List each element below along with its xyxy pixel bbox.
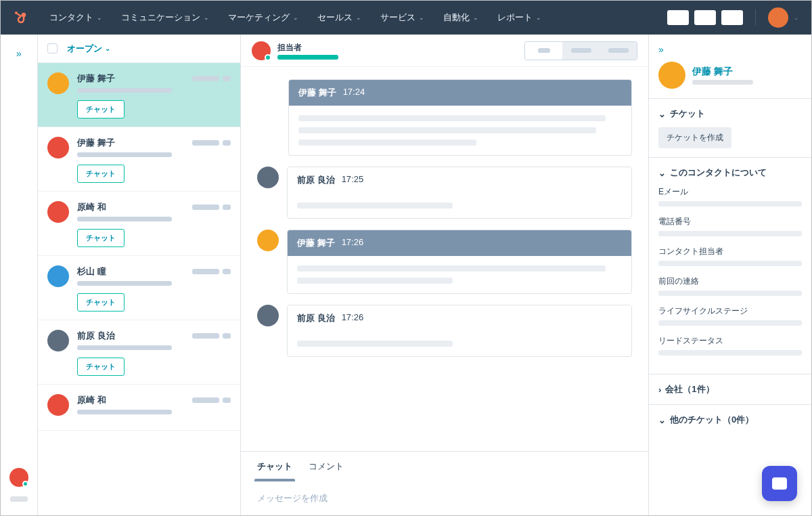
conversation-avatar	[47, 137, 69, 158]
conversation-item[interactable]: 伊藤 舞子 チャット	[38, 63, 240, 127]
nav-communication[interactable]: コミュニケーション⌄	[121, 12, 209, 24]
field-label: 電話番号	[658, 216, 802, 228]
hubspot-logo-icon[interactable]	[13, 9, 29, 26]
expand-details-icon[interactable]: »	[658, 44, 802, 55]
message-header: 前原 良治17:26	[288, 305, 631, 331]
svg-line-2	[18, 14, 22, 17]
conversation-preview	[77, 410, 172, 414]
conversation-item[interactable]: 伊藤 舞子 チャット	[38, 127, 240, 192]
contact-field: コンタクト担当者	[658, 246, 802, 266]
contact-name[interactable]: 伊藤 舞子	[692, 66, 753, 78]
field-value-placeholder	[658, 320, 802, 326]
contact-field: 電話番号	[658, 216, 802, 236]
message-header: 伊藤 舞子17:24	[289, 80, 631, 106]
conversation-preview	[77, 217, 172, 221]
message-group: 前原 良治17:26	[257, 305, 632, 357]
conversation-avatar	[47, 330, 69, 351]
field-value-placeholder	[658, 261, 802, 266]
chevron-right-icon: ›	[658, 385, 661, 395]
conversation-avatar	[47, 394, 69, 416]
message-avatar	[257, 305, 279, 326]
filter-open-dropdown[interactable]: オープン⌄	[67, 43, 110, 55]
chat-badge: チャット	[77, 293, 125, 311]
conversation-avatar	[47, 72, 69, 94]
chevron-down-icon: ⌄	[204, 14, 209, 21]
assignee-avatar[interactable]	[252, 41, 271, 60]
select-all-checkbox[interactable]	[47, 43, 58, 53]
current-user-avatar[interactable]	[9, 468, 28, 487]
tab-comment[interactable]: コメント	[309, 452, 344, 481]
field-label: ライフサイクルステージ	[658, 305, 802, 317]
contact-avatar[interactable]	[658, 62, 685, 89]
chevron-down-icon: ⌄	[658, 109, 666, 119]
create-ticket-button[interactable]: チケットを作成	[658, 127, 731, 148]
svg-point-0	[22, 13, 26, 17]
section-ticket-header[interactable]: ⌄チケット	[658, 108, 802, 120]
conversation-list-panel: オープン⌄ 伊藤 舞子 チャット 伊藤 舞子 チャット 原崎 和 チャット 杉山…	[38, 35, 241, 515]
nav-contacts[interactable]: コンタクト⌄	[49, 12, 102, 24]
conversation-name: 伊藤 舞子	[77, 72, 115, 85]
nav-service[interactable]: サービス⌄	[380, 12, 424, 24]
chat-panel: 担当者 伊藤 舞子17:24 前原 良治17:25 伊藤 舞子17:26 前原 …	[241, 35, 649, 515]
conversation-name: 原崎 和	[77, 201, 106, 213]
chat-badge: チャット	[77, 229, 125, 247]
conversation-name: 原崎 和	[77, 394, 106, 406]
tab-chat[interactable]: チャット	[257, 452, 292, 481]
nav-marketing[interactable]: マーケティング⌄	[228, 12, 298, 24]
expand-rail-icon[interactable]: »	[16, 48, 22, 59]
conversation-avatar	[47, 265, 69, 287]
conversation-item[interactable]: 杉山 瞳 チャット	[38, 256, 240, 320]
contact-field: 前回の連絡	[658, 276, 802, 296]
field-value-placeholder	[658, 291, 802, 296]
message-body	[289, 106, 631, 155]
section-about-header[interactable]: ⌄このコンタクトについて	[658, 167, 802, 179]
field-value-placeholder	[658, 350, 802, 356]
rail-placeholder	[10, 496, 28, 502]
section-company-header[interactable]: ›会社（1件）	[658, 383, 802, 395]
chevron-down-icon: ⌄	[356, 14, 361, 21]
conversation-name: 伊藤 舞子	[77, 137, 115, 149]
view-toggle[interactable]	[524, 41, 637, 60]
assignee-name-placeholder	[277, 55, 338, 60]
chevron-down-icon: ⌄	[419, 14, 424, 21]
chevron-down-icon: ⌄	[473, 14, 478, 21]
chevron-down-icon: ⌄	[105, 45, 110, 52]
section-other-tickets-header[interactable]: ⌄他のチケット（0件）	[658, 414, 802, 426]
nav-action-2[interactable]	[694, 10, 716, 25]
message-body	[288, 331, 631, 356]
contact-field: リードステータス	[658, 335, 802, 356]
message-group: 伊藤 舞子17:24	[257, 79, 632, 156]
user-avatar[interactable]	[768, 7, 788, 28]
nav-automation[interactable]: 自動化⌄	[443, 12, 478, 24]
nav-reports[interactable]: レポート⌄	[497, 12, 541, 24]
field-value-placeholder	[658, 201, 802, 207]
conversation-item[interactable]: 原崎 和	[38, 385, 240, 431]
message-body	[288, 193, 631, 218]
field-value-placeholder	[658, 231, 802, 236]
message-input[interactable]: メッセージを作成	[241, 481, 648, 515]
conversation-item[interactable]: 原崎 和 チャット	[38, 192, 240, 256]
conversation-preview	[77, 345, 172, 350]
chevron-down-icon: ⌄	[658, 415, 666, 425]
nav-action-3[interactable]	[721, 10, 743, 25]
chevron-down-icon: ⌄	[97, 14, 102, 21]
message-avatar	[257, 230, 279, 251]
conversation-item[interactable]: 前原 良治 チャット	[38, 320, 240, 385]
conversation-avatar	[47, 201, 69, 223]
conversation-preview	[77, 88, 172, 93]
chat-widget-button[interactable]	[762, 466, 797, 501]
field-label: リードステータス	[658, 335, 802, 347]
chat-badge: チャット	[77, 100, 125, 119]
chevron-down-icon: ⌄	[794, 14, 799, 21]
chat-icon	[772, 477, 787, 490]
message-body	[288, 256, 631, 293]
chat-badge: チャット	[77, 165, 125, 183]
contact-field: ライフサイクルステージ	[658, 305, 802, 326]
message-header: 伊藤 舞子17:26	[288, 230, 631, 256]
conversation-preview	[77, 152, 172, 157]
conversation-name: 前原 良治	[77, 330, 115, 342]
nav-action-1[interactable]	[667, 10, 689, 25]
conversation-name: 杉山 瞳	[77, 265, 106, 278]
nav-sales[interactable]: セールス⌄	[317, 12, 361, 24]
svg-point-1	[15, 12, 18, 14]
